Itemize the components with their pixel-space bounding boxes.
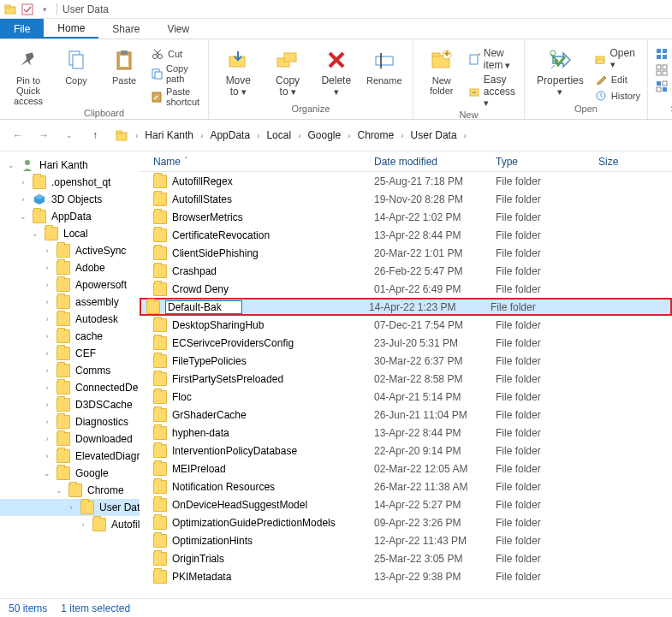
open-button[interactable]: Open ▾ (594, 46, 640, 71)
chevron-down-icon[interactable]: ⌄ (31, 229, 39, 238)
chevron-right-icon[interactable]: › (257, 131, 259, 140)
tree-item[interactable]: ›Comms (0, 362, 140, 379)
chevron-right-icon[interactable]: › (348, 131, 350, 140)
tab-home[interactable]: Home (44, 19, 98, 39)
moveto-button[interactable]: Move to ▾ (216, 44, 260, 99)
table-row[interactable]: 14-Apr-22 1:23 PMFile folder (140, 298, 672, 316)
properties-button[interactable]: Properties ▾ (532, 44, 589, 98)
chevron-right-icon[interactable]: › (464, 131, 467, 140)
tree-item[interactable]: ⌄AppData (0, 208, 140, 225)
pasteshortcut-button[interactable]: Paste shortcut (151, 86, 201, 108)
chevron-right-icon[interactable]: › (43, 418, 51, 426)
table-row[interactable]: ClientSidePhishing20-Mar-22 1:01 PMFile … (140, 244, 672, 262)
chevron-right-icon[interactable]: › (43, 383, 51, 392)
table-row[interactable]: Crashpad26-Feb-22 5:47 PMFile folder (140, 262, 672, 280)
delete-button[interactable]: Delete ▾ (315, 44, 358, 98)
breadcrumb-item[interactable]: Local (263, 128, 294, 143)
breadcrumb-item[interactable]: Chrome (354, 128, 398, 143)
table-row[interactable]: Floc04-Apr-21 5:14 PMFile folder (140, 388, 672, 406)
chevron-right-icon[interactable]: › (43, 400, 51, 409)
breadcrumb-root-icon[interactable] (111, 127, 132, 144)
chevron-down-icon[interactable]: ⌄ (55, 486, 63, 495)
header-date[interactable]: Date modified (367, 156, 489, 168)
rename-input[interactable] (165, 300, 242, 314)
chevron-right-icon[interactable]: › (401, 131, 403, 140)
chevron-right-icon[interactable]: › (43, 332, 51, 341)
copyto-button[interactable]: Copy to ▾ (265, 44, 309, 99)
tree-item[interactable]: ›User Data (0, 499, 140, 516)
chevron-right-icon[interactable]: › (43, 264, 51, 272)
selectnone-button[interactable]: Select (655, 62, 672, 78)
copypath-button[interactable]: Copy path (151, 62, 201, 85)
chevron-down-icon[interactable]: ⌄ (19, 212, 27, 221)
chevron-down-icon[interactable]: ⌄ (43, 469, 51, 478)
chevron-right-icon[interactable]: › (135, 131, 138, 140)
chevron-right-icon[interactable]: › (43, 246, 51, 255)
chevron-right-icon[interactable]: › (43, 452, 51, 460)
table-row[interactable]: OptimizationGuidePredictionModels09-Apr-… (140, 513, 672, 531)
tree-item[interactable]: ›Diagnostics (0, 413, 140, 430)
tree-item[interactable]: ›cache (0, 328, 140, 345)
chevron-right-icon[interactable]: › (43, 435, 51, 443)
invertselection-button[interactable]: Invert (655, 79, 672, 94)
tree-item[interactable]: ›3D Objects (0, 191, 140, 208)
tree-item[interactable]: ›CEF (0, 345, 140, 362)
table-row[interactable]: ECSerivceProvidersConfig23-Jul-20 5:31 P… (140, 334, 672, 352)
table-row[interactable]: BrowserMetrics14-Apr-22 1:02 PMFile fold… (140, 208, 672, 226)
breadcrumb-item[interactable]: Google (304, 128, 344, 143)
paste-button[interactable]: Paste (103, 44, 146, 87)
table-row[interactable]: OnDeviceHeadSuggestModel14-Apr-22 5:27 P… (140, 495, 672, 513)
table-row[interactable]: OriginTrials25-Mar-22 3:05 PMFile folder (140, 549, 672, 567)
tree-item[interactable]: ›ActiveSync (0, 242, 140, 259)
table-row[interactable]: AutofillStates19-Nov-20 8:28 PMFile fold… (140, 190, 672, 208)
checkbox-icon[interactable] (21, 3, 34, 16)
breadcrumb-item[interactable]: Hari Kanth (141, 128, 197, 143)
tree-item[interactable]: ›.openshot_qt (0, 174, 140, 191)
back-button[interactable]: ← (9, 126, 27, 145)
header-size[interactable]: Size (592, 156, 660, 168)
chevron-right-icon[interactable]: › (43, 349, 51, 358)
tree-item[interactable]: ›Downloaded (0, 430, 140, 448)
table-row[interactable]: PKIMetadata13-Apr-22 9:38 PMFile folder (140, 567, 672, 585)
chevron-right-icon[interactable]: › (19, 195, 27, 204)
breadcrumb[interactable]: › Hari Kanth›AppData›Local›Google›Chrome… (111, 127, 663, 144)
up-button[interactable]: ↑ (86, 126, 104, 145)
recent-dropdown[interactable]: ⌄ (60, 126, 79, 145)
chevron-right-icon[interactable]: › (67, 503, 75, 512)
rename-button[interactable]: Rename (363, 44, 406, 87)
dropdown-icon[interactable]: ▾ (38, 3, 51, 16)
nav-tree[interactable]: ⌄Hari Kanth›.openshot_qt›3D Objects⌄AppD… (0, 151, 140, 598)
chevron-right-icon[interactable]: › (19, 178, 27, 187)
tab-share[interactable]: Share (98, 19, 153, 39)
pin-quickaccess-button[interactable]: Pin to Quick access (7, 44, 50, 108)
table-row[interactable]: Crowd Deny01-Apr-22 6:49 PMFile folder (140, 280, 672, 298)
tab-file[interactable]: File (0, 19, 44, 39)
table-row[interactable]: MEIPreload02-Mar-22 12:05 AMFile folder (140, 460, 672, 478)
file-list-body[interactable]: AutofillRegex25-Aug-21 7:18 PMFile folde… (140, 172, 672, 598)
table-row[interactable]: InterventionPolicyDatabase22-Apr-20 9:14… (140, 442, 672, 460)
chevron-right-icon[interactable]: › (43, 315, 51, 323)
table-row[interactable]: AutofillRegex25-Aug-21 7:18 PMFile folde… (140, 172, 672, 190)
newitem-button[interactable]: ✦New item ▾ (468, 46, 517, 72)
newfolder-button[interactable]: ✦ New folder (420, 44, 463, 98)
edit-button[interactable]: Edit (594, 72, 640, 87)
history-button[interactable]: History (594, 88, 640, 104)
chevron-right-icon[interactable]: › (298, 131, 300, 140)
chevron-right-icon[interactable]: › (200, 131, 203, 140)
chevron-right-icon[interactable]: › (79, 520, 87, 529)
tree-item[interactable]: ›Apowersoft (0, 276, 140, 294)
tab-view[interactable]: View (153, 19, 203, 39)
table-row[interactable]: hyphen-data13-Apr-22 8:44 PMFile folder (140, 424, 672, 442)
table-row[interactable]: OptimizationHints12-Apr-22 11:43 PMFile … (140, 531, 672, 549)
header-name[interactable]: Name (146, 156, 367, 168)
table-row[interactable]: GrShaderCache26-Jun-21 11:04 PMFile fold… (140, 406, 672, 424)
tree-item[interactable]: ›Adobe (0, 259, 140, 276)
chevron-right-icon[interactable]: › (43, 298, 51, 306)
tree-item[interactable]: ›AutofillR (0, 516, 140, 533)
tree-item[interactable]: ›ElevatedDiagr (0, 448, 140, 465)
table-row[interactable]: CertificateRevocation13-Apr-22 8:44 PMFi… (140, 226, 672, 244)
header-type[interactable]: Type (489, 156, 592, 168)
tree-item[interactable]: ›Autodesk (0, 311, 140, 328)
chevron-right-icon[interactable]: › (43, 281, 51, 289)
table-row[interactable]: DesktopSharingHub07-Dec-21 7:54 PMFile f… (140, 316, 672, 334)
